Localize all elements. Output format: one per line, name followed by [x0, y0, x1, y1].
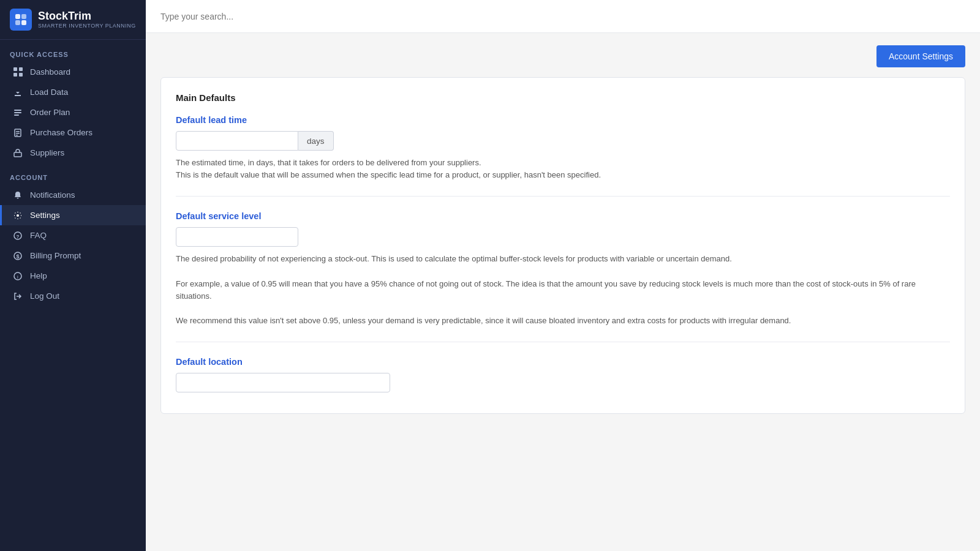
sidebar-item-suppliers[interactable]: Suppliers	[0, 143, 146, 163]
sidebar-item-suppliers-label: Suppliers	[30, 148, 64, 157]
svg-rect-6	[13, 73, 17, 77]
topbar	[146, 0, 980, 33]
settings-card: Main Defaults Default lead time 30 days …	[160, 77, 965, 414]
svg-rect-0	[15, 14, 20, 19]
sidebar-item-load-data[interactable]: Load Data	[0, 82, 146, 102]
service-level-description: The desired probability of not experienc…	[176, 253, 950, 327]
svg-rect-2	[15, 20, 20, 25]
location-input[interactable]	[176, 373, 390, 392]
sidebar-item-settings-label: Settings	[30, 211, 60, 220]
location-label: Default location	[176, 357, 950, 367]
lead-time-addon: days	[298, 131, 334, 151]
svg-text:$: $	[16, 253, 19, 260]
location-block: Default location	[176, 357, 950, 392]
faq-icon: ?	[12, 231, 24, 240]
location-input-row	[176, 373, 950, 392]
billing-icon: $	[12, 252, 24, 260]
logo-area: StockTrim Smarter Inventory Planning	[0, 0, 146, 40]
sidebar-item-load-data-label: Load Data	[30, 88, 68, 97]
lead-time-label: Default lead time	[176, 115, 950, 125]
svg-rect-7	[19, 73, 23, 77]
svg-rect-8	[14, 110, 21, 111]
top-action-row: Account Settings	[160, 45, 965, 67]
purchase-orders-icon	[12, 129, 24, 137]
svg-rect-13	[16, 133, 20, 134]
sidebar-item-help[interactable]: i Help	[0, 266, 146, 286]
svg-rect-3	[21, 20, 26, 25]
sidebar-item-order-plan-label: Order Plan	[30, 108, 70, 117]
svg-point-16	[17, 214, 19, 217]
service-level-block: Default service level 0.95 The desired p…	[176, 211, 950, 342]
lead-time-description: The estimated time, in days, that it tak…	[176, 157, 950, 181]
logout-icon	[12, 292, 24, 301]
svg-rect-1	[21, 14, 26, 19]
account-settings-button[interactable]: Account Settings	[876, 45, 965, 67]
main-area: Account Settings Main Defaults Default l…	[146, 0, 980, 551]
sidebar-item-settings[interactable]: Settings	[0, 205, 146, 225]
sidebar-item-notifications[interactable]: Notifications	[0, 185, 146, 205]
help-icon: i	[12, 272, 24, 280]
sidebar-item-billing-prompt[interactable]: $ Billing Prompt	[0, 246, 146, 266]
dashboard-icon	[12, 67, 24, 77]
svg-text:i: i	[17, 274, 18, 280]
settings-icon	[12, 211, 24, 220]
sidebar-item-faq-label: FAQ	[30, 231, 47, 240]
account-label: Account	[0, 163, 146, 185]
logo-icon	[10, 9, 32, 31]
svg-rect-14	[16, 135, 18, 136]
svg-rect-15	[14, 152, 21, 157]
sidebar-item-purchase-orders[interactable]: Purchase Orders	[0, 122, 146, 143]
sidebar-item-help-label: Help	[30, 271, 47, 280]
svg-rect-5	[19, 67, 23, 71]
search-input[interactable]	[160, 12, 965, 21]
lead-time-block: Default lead time 30 days The estimated …	[176, 115, 950, 197]
sidebar-item-billing-label: Billing Prompt	[30, 251, 81, 260]
suppliers-icon	[12, 149, 24, 157]
lead-time-input-row: 30 days	[176, 131, 950, 151]
notifications-icon	[12, 191, 24, 200]
sidebar-item-dashboard[interactable]: Dashboard	[0, 62, 146, 82]
svg-rect-4	[13, 67, 17, 71]
logo-name: StockTrim	[38, 10, 136, 23]
service-level-input[interactable]: 0.95	[176, 227, 298, 247]
svg-text:?: ?	[17, 234, 20, 239]
sidebar-item-logout-label: Log Out	[30, 291, 59, 301]
svg-rect-10	[14, 114, 19, 116]
sidebar-item-order-plan[interactable]: Order Plan	[0, 102, 146, 122]
quick-access-label: Quick Access	[0, 40, 146, 62]
content-area: Account Settings Main Defaults Default l…	[146, 33, 980, 551]
sidebar-item-dashboard-label: Dashboard	[30, 67, 70, 77]
sidebar: StockTrim Smarter Inventory Planning Qui…	[0, 0, 146, 551]
svg-rect-12	[16, 131, 20, 132]
service-level-input-row: 0.95	[176, 227, 950, 247]
service-level-label: Default service level	[176, 211, 950, 221]
logo-tagline: Smarter Inventory Planning	[38, 23, 136, 29]
svg-rect-9	[14, 112, 21, 113]
sidebar-item-logout[interactable]: Log Out	[0, 286, 146, 306]
sidebar-item-notifications-label: Notifications	[30, 190, 75, 200]
sidebar-item-faq[interactable]: ? FAQ	[0, 225, 146, 246]
order-plan-icon	[12, 108, 24, 117]
load-data-icon	[12, 88, 24, 97]
lead-time-input[interactable]: 30	[176, 131, 298, 151]
sidebar-item-purchase-orders-label: Purchase Orders	[30, 128, 92, 137]
section-title: Main Defaults	[176, 92, 950, 103]
